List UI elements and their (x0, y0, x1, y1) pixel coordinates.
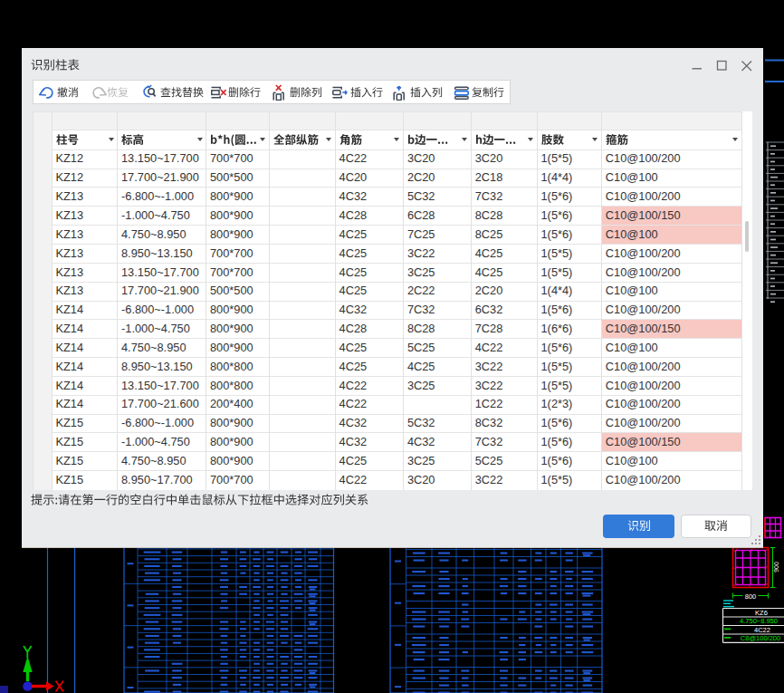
svg-text:C8@100/200: C8@100/200 (741, 634, 780, 642)
svg-text:4.750~8.950: 4.750~8.950 (740, 617, 778, 625)
svg-text:4C22: 4C22 (754, 626, 770, 634)
svg-text:900: 900 (773, 562, 779, 573)
svg-text:KZ6: KZ6 (755, 609, 768, 617)
svg-text:800: 800 (745, 592, 757, 601)
